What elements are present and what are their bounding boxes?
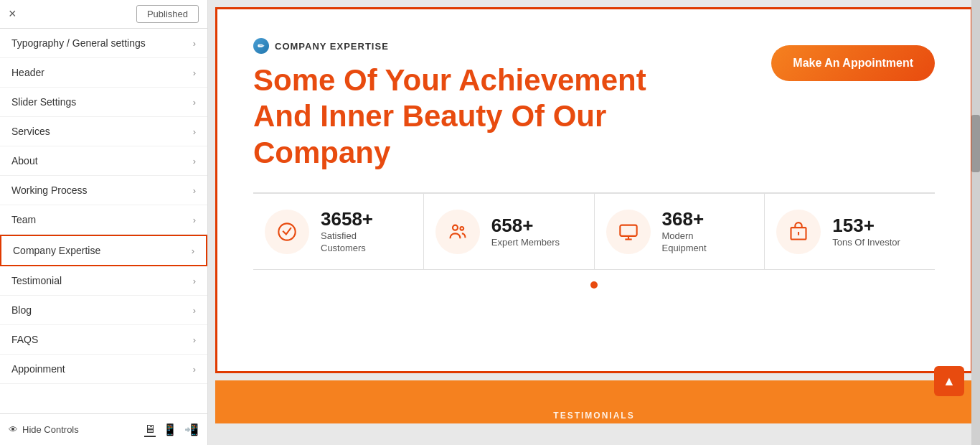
equipment-label: ModernEquipment <box>662 230 707 255</box>
investor-icon <box>776 210 821 254</box>
sidebar-header: × Published <box>0 0 207 29</box>
appointment-button[interactable]: Make An Appointment <box>771 45 935 81</box>
device-icons: 🖥 📱 📲 <box>144 423 199 437</box>
scrollbar-thumb[interactable] <box>971 115 980 172</box>
close-button[interactable]: × <box>9 6 17 22</box>
investor-text: 153+ Tons Of Investor <box>832 215 900 249</box>
sidebar-item-company-expertise[interactable]: Company Expertise› <box>0 235 207 266</box>
chevron-icon: › <box>193 67 196 78</box>
sidebar-item-about[interactable]: About› <box>0 146 207 176</box>
hide-controls-label: Hide Controls <box>22 424 79 435</box>
chevron-icon: › <box>193 38 196 49</box>
mobile-icon[interactable]: 📲 <box>184 423 199 436</box>
sidebar-item-label: Appoinment <box>11 363 65 375</box>
sidebar-item-appoinment[interactable]: Appoinment› <box>0 355 207 384</box>
slider-dot-active[interactable] <box>590 281 598 289</box>
chevron-icon: › <box>192 245 194 256</box>
sidebar-item-label: Typography / General settings <box>11 37 146 49</box>
svg-point-2 <box>460 227 463 230</box>
left-content: ✏ COMPANY EXPERTISE Some Of Your Achieve… <box>253 38 646 171</box>
svg-point-1 <box>453 225 458 230</box>
chevron-icon: › <box>193 97 196 108</box>
sidebar-item-label: Header <box>11 67 44 78</box>
stat-item-equipment: 368+ ModernEquipment <box>595 194 765 269</box>
equipment-icon <box>606 210 651 254</box>
hide-controls-btn[interactable]: 👁 Hide Controls <box>9 424 79 435</box>
members-text: 658+ Expert Members <box>491 215 560 249</box>
stat-item-customers: 3658+ SatisfiedCustomers <box>253 194 424 269</box>
orange-footer-section: TESTIMONIALS <box>215 380 973 423</box>
customers-label: SatisfiedCustomers <box>321 230 373 255</box>
chevron-icon: › <box>193 334 196 345</box>
equipment-text: 368+ ModernEquipment <box>662 208 707 255</box>
sidebar-item-typography[interactable]: Typography / General settings› <box>0 29 207 58</box>
svg-rect-3 <box>620 225 636 235</box>
sidebar-item-label: Testimonial <box>11 275 62 286</box>
equipment-number: 368+ <box>662 208 707 230</box>
customers-icon <box>265 210 309 254</box>
chevron-icon: › <box>193 276 196 286</box>
chevron-icon: › <box>193 185 196 196</box>
stats-row: 3658+ SatisfiedCustomers 658+ Expert Mem… <box>253 193 935 270</box>
members-number: 658+ <box>491 215 560 237</box>
slider-dots <box>253 281 935 289</box>
preview-area: ✏ COMPANY EXPERTISE Some Of Your Achieve… <box>215 7 973 373</box>
sidebar-item-label: Services <box>11 126 50 137</box>
company-label-text: COMPANY EXPERTISE <box>275 41 389 52</box>
sidebar-item-label: Working Process <box>11 184 88 196</box>
sidebar-item-label: Team <box>11 214 36 225</box>
preview-title: Some Of Your AchievementAnd Inner Beauty… <box>253 62 646 171</box>
company-label: ✏ COMPANY EXPERTISE <box>253 38 646 54</box>
customers-number: 3658+ <box>321 208 373 230</box>
chevron-icon: › <box>193 156 196 167</box>
scroll-top-button[interactable]: ▲ <box>934 366 964 396</box>
sidebar-item-label: Blog <box>11 304 32 316</box>
svg-point-0 <box>278 223 295 240</box>
chevron-icon: › <box>193 305 196 316</box>
sidebar-item-working-process[interactable]: Working Process› <box>0 176 207 205</box>
investor-label: Tons Of Investor <box>832 237 900 249</box>
main-scrollbar[interactable] <box>971 0 980 445</box>
members-icon <box>435 210 480 254</box>
sidebar-item-slider[interactable]: Slider Settings› <box>0 88 207 117</box>
chevron-icon: › <box>193 126 196 137</box>
pencil-icon: ✏ <box>253 38 269 54</box>
sidebar-footer: 👁 Hide Controls 🖥 📱 📲 <box>0 413 207 445</box>
published-button[interactable]: Published <box>136 5 199 23</box>
sidebar: × Published Typography / General setting… <box>0 0 208 445</box>
sidebar-nav: Typography / General settings›Header›Sli… <box>0 29 207 413</box>
sidebar-item-services[interactable]: Services› <box>0 117 207 146</box>
sidebar-item-faqs[interactable]: FAQS› <box>0 325 207 355</box>
eye-icon: 👁 <box>9 424 18 435</box>
members-label: Expert Members <box>491 237 560 249</box>
sidebar-item-label: About <box>11 155 38 167</box>
sidebar-item-label: FAQS <box>11 334 38 345</box>
sidebar-item-team[interactable]: Team› <box>0 205 207 235</box>
desktop-icon[interactable]: 🖥 <box>144 423 156 437</box>
sidebar-item-label: Slider Settings <box>11 96 76 108</box>
stat-item-members: 658+ Expert Members <box>424 194 595 269</box>
main-preview: ✏ COMPANY EXPERTISE Some Of Your Achieve… <box>208 0 980 445</box>
chevron-icon: › <box>193 364 196 375</box>
investor-number: 153+ <box>832 215 900 237</box>
sidebar-item-label: Company Expertise <box>13 245 100 256</box>
sidebar-item-testimonial[interactable]: Testimonial› <box>0 266 207 296</box>
testimonials-label: TESTIMONIALS <box>553 411 634 421</box>
right-content: Make An Appointment <box>771 38 935 81</box>
preview-inner: ✏ COMPANY EXPERTISE Some Of Your Achieve… <box>217 9 971 303</box>
stat-item-investor: 153+ Tons Of Investor <box>765 194 935 269</box>
sidebar-item-blog[interactable]: Blog› <box>0 296 207 325</box>
sidebar-item-header[interactable]: Header› <box>0 58 207 88</box>
chevron-icon: › <box>193 215 196 225</box>
customers-text: 3658+ SatisfiedCustomers <box>321 208 373 255</box>
tablet-icon[interactable]: 📱 <box>163 423 177 436</box>
preview-top: ✏ COMPANY EXPERTISE Some Of Your Achieve… <box>253 38 935 171</box>
